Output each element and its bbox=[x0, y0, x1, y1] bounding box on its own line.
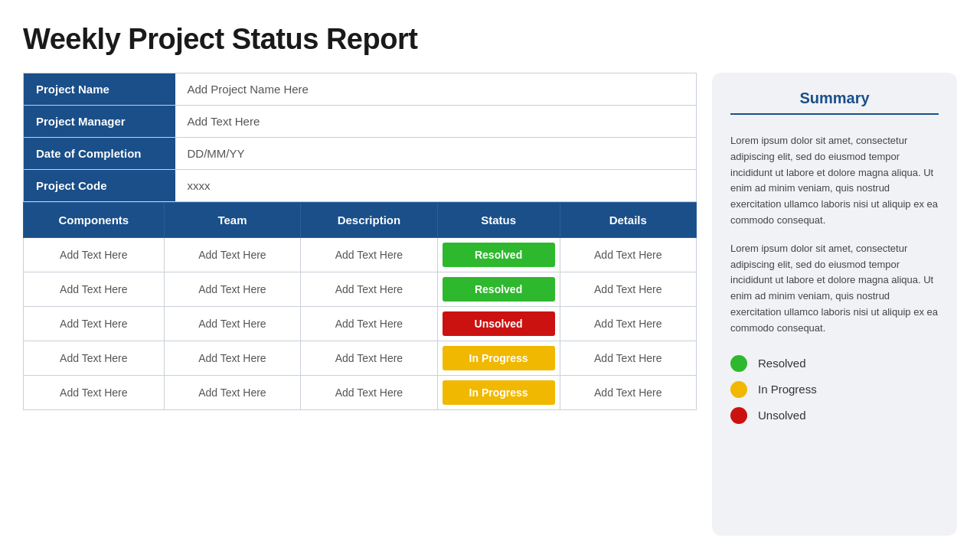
summary-panel: Summary Lorem ipsum dolor sit amet, cons… bbox=[712, 73, 957, 536]
cell-description[interactable]: Add Text Here bbox=[301, 341, 437, 376]
cell-details[interactable]: Add Text Here bbox=[560, 307, 697, 341]
status-badge: In Progress bbox=[443, 346, 555, 370]
data-table-header: Team bbox=[164, 203, 300, 238]
status-badge: Unsolved bbox=[443, 311, 555, 336]
cell-details[interactable]: Add Text Here bbox=[560, 376, 697, 410]
legend-label: Resolved bbox=[758, 357, 806, 370]
table-section: Project NameAdd Project Name HereProject… bbox=[23, 73, 697, 536]
cell-team[interactable]: Add Text Here bbox=[164, 307, 300, 341]
info-row-value[interactable]: Add Text Here bbox=[175, 106, 697, 138]
info-table: Project NameAdd Project Name HereProject… bbox=[23, 73, 697, 202]
cell-status: Resolved bbox=[437, 238, 560, 272]
cell-team[interactable]: Add Text Here bbox=[164, 376, 300, 410]
cell-description[interactable]: Add Text Here bbox=[301, 307, 437, 341]
cell-description[interactable]: Add Text Here bbox=[301, 238, 437, 272]
cell-description[interactable]: Add Text Here bbox=[301, 376, 437, 410]
data-table: ComponentsTeamDescriptionStatusDetails A… bbox=[23, 202, 697, 410]
legend-item: Resolved bbox=[730, 355, 939, 372]
legend-item: In Progress bbox=[730, 381, 939, 398]
main-content: Project NameAdd Project Name HereProject… bbox=[23, 73, 957, 536]
cell-status: In Progress bbox=[437, 341, 560, 376]
info-row-value[interactable]: DD/MM/YY bbox=[175, 138, 697, 170]
page-title: Weekly Project Status Report bbox=[23, 23, 957, 56]
data-table-header: Components bbox=[24, 203, 165, 238]
cell-status: Resolved bbox=[437, 272, 560, 307]
info-table-row: Project NameAdd Project Name Here bbox=[24, 73, 697, 106]
cell-components[interactable]: Add Text Here bbox=[24, 307, 165, 341]
legend-dot-green bbox=[730, 355, 747, 372]
cell-components[interactable]: Add Text Here bbox=[24, 272, 165, 307]
table-row: Add Text HereAdd Text HereAdd Text HereI… bbox=[24, 376, 697, 410]
cell-description[interactable]: Add Text Here bbox=[301, 272, 437, 307]
info-row-value[interactable]: Add Project Name Here bbox=[175, 73, 697, 106]
cell-team[interactable]: Add Text Here bbox=[164, 272, 300, 307]
data-table-header: Details bbox=[560, 203, 697, 238]
legend-dot-red bbox=[730, 407, 747, 424]
info-row-value[interactable]: xxxx bbox=[175, 170, 697, 202]
legend-label: In Progress bbox=[758, 383, 817, 396]
cell-details[interactable]: Add Text Here bbox=[560, 238, 697, 272]
status-badge: Resolved bbox=[443, 243, 555, 267]
legend-dot-yellow bbox=[730, 381, 747, 398]
cell-team[interactable]: Add Text Here bbox=[164, 238, 300, 272]
info-table-row: Project ManagerAdd Text Here bbox=[24, 106, 697, 138]
table-row: Add Text HereAdd Text HereAdd Text HereR… bbox=[24, 238, 697, 272]
cell-components[interactable]: Add Text Here bbox=[24, 238, 165, 272]
table-row: Add Text HereAdd Text HereAdd Text HereU… bbox=[24, 307, 697, 341]
legend-item: Unsolved bbox=[730, 407, 939, 424]
cell-team[interactable]: Add Text Here bbox=[164, 341, 300, 376]
status-badge: Resolved bbox=[443, 277, 555, 302]
cell-details[interactable]: Add Text Here bbox=[560, 272, 697, 307]
cell-details[interactable]: Add Text Here bbox=[560, 341, 697, 376]
data-table-header: Description bbox=[301, 203, 437, 238]
table-row: Add Text HereAdd Text HereAdd Text HereI… bbox=[24, 341, 697, 376]
summary-title: Summary bbox=[730, 90, 939, 115]
info-row-label: Date of Completion bbox=[24, 138, 175, 170]
summary-paragraph-2: Lorem ipsum dolor sit amet, consectetur … bbox=[730, 241, 939, 337]
data-table-header: Status bbox=[437, 203, 560, 238]
table-row: Add Text HereAdd Text HereAdd Text HereR… bbox=[24, 272, 697, 307]
info-row-label: Project Name bbox=[24, 73, 175, 106]
legend-section: ResolvedIn ProgressUnsolved bbox=[730, 355, 939, 424]
legend-label: Unsolved bbox=[758, 409, 806, 422]
cell-components[interactable]: Add Text Here bbox=[24, 341, 165, 376]
summary-paragraph-1: Lorem ipsum dolor sit amet, consectetur … bbox=[730, 133, 939, 229]
status-badge: In Progress bbox=[443, 380, 555, 405]
info-table-row: Project Codexxxx bbox=[24, 170, 697, 202]
cell-components[interactable]: Add Text Here bbox=[24, 376, 165, 410]
info-table-row: Date of CompletionDD/MM/YY bbox=[24, 138, 697, 170]
cell-status: Unsolved bbox=[437, 307, 560, 341]
info-row-label: Project Code bbox=[24, 170, 175, 202]
cell-status: In Progress bbox=[437, 376, 560, 410]
info-row-label: Project Manager bbox=[24, 106, 175, 138]
